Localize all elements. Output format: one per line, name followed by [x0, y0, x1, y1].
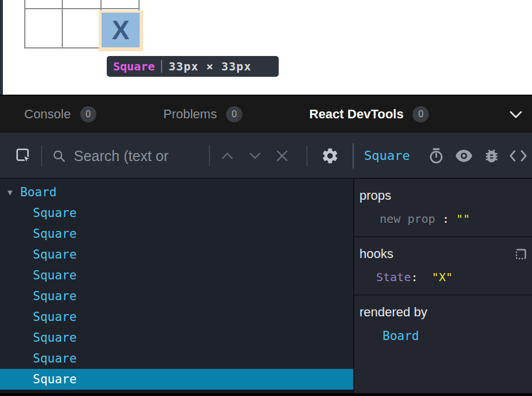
board-square-cell[interactable]: X	[102, 13, 140, 47]
tree-row-square[interactable]: Square	[0, 307, 353, 327]
chevron-down-icon[interactable]	[509, 110, 523, 119]
component-tree: ▾ Board Square Square Square Square Squa…	[0, 179, 353, 393]
tab-console-label: Console	[24, 107, 71, 122]
tree-item-label: Square	[33, 352, 77, 365]
tree-item-label: Square	[33, 289, 77, 303]
bug-icon[interactable]	[483, 147, 500, 165]
panel-divider	[353, 143, 354, 169]
tree-item-label: Square	[33, 227, 77, 241]
toolbar-separator	[209, 145, 210, 166]
tab-problems-label: Problems	[163, 107, 217, 122]
tab-react-devtools-label: React DevTools	[309, 107, 403, 122]
window-edge	[0, 0, 3, 95]
prop-row[interactable]: new prop : ""	[354, 212, 532, 226]
board-grid-line	[24, 8, 140, 9]
drawer-tabbar: Console 0 Problems 0 React DevTools 0	[0, 95, 532, 133]
hook-row[interactable]: State: "X"	[354, 270, 532, 284]
tree-row-square[interactable]: Square	[0, 203, 353, 223]
tree-item-label: Square	[33, 310, 77, 324]
code-icon[interactable]	[508, 149, 528, 163]
tab-console[interactable]: Console 0	[24, 96, 96, 133]
rendered-by-section: rendered by Board	[354, 296, 532, 353]
tree-row-square[interactable]: Square	[0, 348, 353, 369]
tree-row-board[interactable]: ▾ Board	[0, 182, 353, 203]
tree-row-square[interactable]: Square	[0, 286, 353, 307]
tooltip-divider	[161, 60, 162, 73]
tree-row-square[interactable]: Square	[0, 265, 353, 286]
tree-row-square[interactable]: Square	[0, 327, 353, 348]
board-grid-line	[24, 0, 25, 48]
props-section: props new prop : ""	[354, 179, 532, 237]
window-bottom-edge	[0, 393, 532, 396]
selected-component-name: Square	[364, 133, 410, 178]
toolbar-separator	[41, 145, 42, 166]
expand-caret-icon[interactable]: ▾	[8, 188, 19, 197]
tree-item-label: Square	[33, 331, 77, 345]
eye-icon[interactable]	[455, 148, 473, 163]
devtools-content: ▾ Board Square Square Square Square Squa…	[0, 179, 532, 393]
tree-item-label: Square	[33, 268, 77, 282]
tab-problems-badge: 0	[226, 106, 242, 122]
tree-item-label: Board	[20, 185, 57, 199]
tab-react-devtools[interactable]: React DevTools 0	[309, 96, 429, 133]
tooltip-component-name: Square	[113, 59, 155, 73]
prop-value-input[interactable]: ""	[456, 212, 470, 226]
hook-value-input[interactable]: "X"	[432, 270, 452, 284]
props-title: props	[359, 188, 391, 203]
tree-row-square[interactable]: Square	[0, 244, 353, 265]
prop-key-input[interactable]: new prop	[380, 212, 435, 226]
gear-icon[interactable]	[321, 147, 339, 165]
hooks-section: hooks State: "X"	[354, 237, 532, 296]
chevron-down-icon[interactable]	[248, 151, 263, 160]
stopwatch-icon[interactable]	[428, 147, 445, 165]
rendered-by-link[interactable]: Board	[383, 329, 419, 343]
search-icon	[52, 149, 66, 163]
tab-problems[interactable]: Problems 0	[163, 96, 242, 133]
tab-console-badge: 0	[80, 106, 96, 122]
search-input[interactable]	[74, 144, 205, 167]
tree-row-square[interactable]: Square	[0, 223, 353, 244]
board-grid-line	[62, 0, 63, 48]
devtools-toolbar: Square	[0, 133, 532, 179]
tree-item-label: Square	[33, 248, 77, 261]
inspect-element-icon[interactable]	[15, 147, 32, 165]
rendered-by-title: rendered by	[359, 305, 427, 320]
parse-hook-names-icon[interactable]	[515, 248, 527, 260]
tooltip-dimensions: 33px × 33px	[168, 59, 251, 73]
component-details: props new prop : "" hooks	[354, 179, 532, 393]
hook-key: State	[376, 270, 411, 284]
tree-item-label: Square	[33, 206, 77, 220]
hooks-title: hooks	[359, 246, 394, 261]
chevron-up-icon[interactable]	[220, 151, 235, 160]
tab-react-devtools-badge: 0	[413, 106, 429, 122]
tree-item-label: Square	[33, 372, 77, 386]
toolbar-separator	[306, 145, 308, 166]
close-icon[interactable]	[275, 149, 289, 163]
tree-row-square-selected[interactable]: Square	[0, 369, 353, 390]
devtools-window: X Square 33px × 33px Console 0 Problems …	[0, 0, 532, 396]
inspected-page: X Square 33px × 33px	[0, 0, 532, 95]
element-tooltip: Square 33px × 33px	[107, 56, 279, 77]
